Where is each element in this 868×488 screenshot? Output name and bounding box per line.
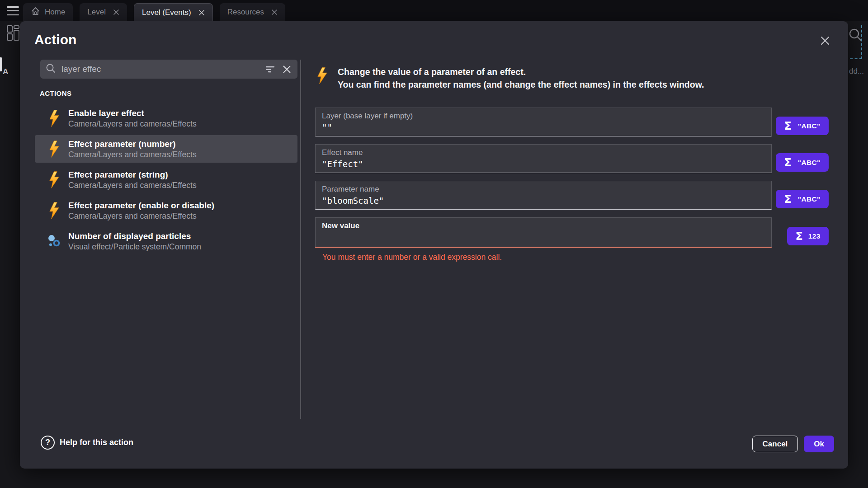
- partial-left-text: A: [3, 67, 8, 76]
- close-icon[interactable]: [819, 35, 831, 47]
- action-path: Camera/Layers and cameras/Effects: [68, 119, 197, 129]
- action-title: Effect parameter (number): [68, 139, 197, 150]
- home-icon: [31, 6, 40, 18]
- field-label: New value: [322, 221, 765, 230]
- action-path: Camera/Layers and cameras/Effects: [68, 150, 197, 160]
- tab-label: Resources: [227, 8, 264, 17]
- close-icon[interactable]: [271, 9, 278, 15]
- layer-field[interactable]: Layer (base layer if empty) "": [315, 108, 772, 136]
- parameter-name-expression-button[interactable]: Σ "ABC": [776, 190, 829, 208]
- action-description: Change the value of a parameter of an ef…: [338, 66, 704, 91]
- close-icon[interactable]: [198, 9, 205, 16]
- field-label: Layer (base layer if empty): [322, 112, 765, 121]
- help-icon: ?: [41, 436, 55, 450]
- action-list: Enable layer effect Camera/Layers and ca…: [35, 104, 297, 258]
- layer-expression-button[interactable]: Σ "ABC": [776, 117, 829, 135]
- close-icon[interactable]: [113, 9, 119, 15]
- field-label: Parameter name: [322, 185, 765, 194]
- expression-type-label: "ABC": [798, 195, 821, 203]
- action-path: Camera/Layers and cameras/Effects: [68, 211, 214, 221]
- action-path: Visual effect/Particle system/Common: [68, 242, 201, 252]
- field-value[interactable]: [322, 232, 765, 243]
- list-item-number-displayed-particles[interactable]: Number of displayed particles Visual eff…: [35, 227, 297, 255]
- partial-right-text: dd...: [849, 67, 864, 76]
- dialog-title: Action: [34, 32, 76, 47]
- top-bar: Home Level Level (Events) Resources: [0, 0, 868, 21]
- sigma-icon: Σ: [784, 157, 791, 168]
- particles-icon: [47, 232, 61, 251]
- action-search-bar: [40, 60, 297, 79]
- tab-home[interactable]: Home: [23, 3, 73, 21]
- sigma-icon: Σ: [784, 121, 791, 131]
- layout-grid-icon: [6, 25, 20, 43]
- action-dialog: Action ACTIONS: [20, 21, 848, 469]
- field-label: Effect name: [322, 148, 765, 157]
- menu-icon[interactable]: [7, 6, 19, 15]
- field-value[interactable]: "Effect": [322, 159, 765, 169]
- tab-resources[interactable]: Resources: [220, 3, 285, 21]
- lightning-icon: [47, 109, 61, 128]
- new-value-field[interactable]: New value: [315, 217, 772, 248]
- cancel-button[interactable]: Cancel: [752, 436, 798, 452]
- search-input[interactable]: [61, 64, 265, 74]
- clear-search-icon[interactable]: [283, 65, 291, 74]
- lightning-icon: [47, 140, 61, 159]
- tab-label: Level: [87, 8, 106, 17]
- sigma-icon: Σ: [784, 194, 791, 205]
- effect-name-field[interactable]: Effect name "Effect": [315, 144, 772, 173]
- field-value[interactable]: "bloomScale": [322, 196, 765, 206]
- tab-label: Level (Events): [142, 8, 191, 17]
- list-item-effect-parameter-enable[interactable]: Effect parameter (enable or disable) Cam…: [35, 197, 297, 224]
- help-label: Help for this action: [60, 438, 133, 447]
- field-value[interactable]: "": [322, 122, 765, 133]
- action-path: Camera/Layers and cameras/Effects: [68, 180, 197, 190]
- effect-name-expression-button[interactable]: Σ "ABC": [776, 153, 829, 172]
- expression-type-label: "ABC": [798, 122, 821, 130]
- lightning-icon: [47, 170, 61, 189]
- action-title: Enable layer effect: [68, 108, 197, 119]
- lightning-icon: [316, 66, 328, 87]
- new-value-expression-button[interactable]: Σ 123: [787, 227, 829, 245]
- left-edge-highlight: [0, 57, 2, 71]
- help-link[interactable]: ? Help for this action: [41, 436, 133, 450]
- expression-type-label: 123: [808, 232, 821, 240]
- tab-level[interactable]: Level: [80, 3, 127, 21]
- action-title: Effect parameter (enable or disable): [68, 200, 214, 211]
- sigma-icon: Σ: [795, 231, 802, 242]
- tab-level-events[interactable]: Level (Events): [134, 3, 213, 21]
- list-item-effect-parameter-number[interactable]: Effect parameter (number) Camera/Layers …: [35, 135, 297, 163]
- panel-divider: [300, 60, 301, 419]
- validation-error-message: You must enter a number or a valid expre…: [322, 253, 502, 262]
- expression-type-label: "ABC": [798, 159, 821, 167]
- dialog-actions: Cancel Ok: [752, 436, 834, 452]
- description-line-2: You can find the parameter names (and ch…: [338, 79, 704, 91]
- ok-button[interactable]: Ok: [804, 436, 834, 452]
- filter-icon[interactable]: [265, 64, 275, 75]
- parameter-name-field[interactable]: Parameter name "bloomScale": [315, 181, 772, 210]
- description-line-1: Change the value of a parameter of an ef…: [338, 66, 704, 79]
- actions-section-label: ACTIONS: [40, 89, 71, 97]
- tab-bar: Home Level Level (Events) Resources: [23, 3, 285, 21]
- list-item-effect-parameter-string[interactable]: Effect parameter (string) Camera/Layers …: [35, 166, 297, 193]
- list-item-enable-layer-effect[interactable]: Enable layer effect Camera/Layers and ca…: [35, 104, 297, 132]
- search-icon: [46, 63, 56, 75]
- tab-label: Home: [45, 8, 65, 17]
- action-title: Number of displayed particles: [68, 231, 201, 242]
- action-title: Effect parameter (string): [68, 169, 197, 180]
- lightning-icon: [47, 201, 61, 220]
